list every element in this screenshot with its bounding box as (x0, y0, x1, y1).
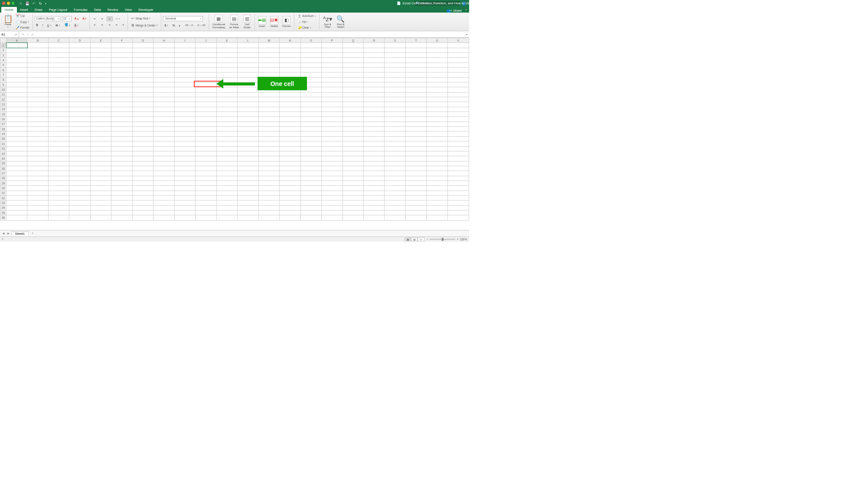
cell[interactable] (343, 43, 363, 48)
cell[interactable] (27, 186, 48, 191)
cell[interactable] (7, 77, 27, 82)
cell[interactable] (174, 68, 195, 72)
cell[interactable] (27, 215, 48, 220)
cell[interactable] (174, 166, 195, 171)
cell[interactable] (7, 82, 27, 87)
cell[interactable] (322, 141, 343, 146)
cell[interactable] (69, 201, 90, 205)
sheet-next-icon[interactable]: ▶ (7, 231, 10, 235)
cell[interactable] (427, 48, 447, 53)
cell[interactable] (216, 205, 237, 210)
cell[interactable] (238, 191, 258, 195)
cell[interactable] (427, 97, 447, 102)
row-header[interactable]: 30 (0, 186, 7, 191)
cell[interactable] (280, 201, 300, 205)
autosum-button[interactable]: ∑AutoSum (296, 13, 317, 19)
cell[interactable] (7, 136, 27, 141)
cell[interactable] (196, 43, 216, 48)
cell[interactable] (153, 127, 174, 132)
cell[interactable] (258, 132, 279, 136)
cell[interactable] (300, 62, 321, 67)
cell[interactable] (322, 161, 343, 166)
cell[interactable] (238, 171, 258, 176)
cell[interactable] (238, 97, 258, 102)
cell[interactable] (196, 112, 216, 117)
cell[interactable] (343, 146, 363, 151)
cell[interactable] (343, 210, 363, 215)
expand-formula-bar-icon[interactable]: ▾ (465, 33, 469, 36)
cell[interactable] (196, 141, 216, 146)
cell[interactable] (300, 171, 321, 176)
cell[interactable] (447, 68, 469, 72)
cell[interactable] (69, 205, 90, 210)
align-left-button[interactable]: ≡ (92, 23, 98, 27)
cell[interactable] (111, 77, 132, 82)
cell[interactable] (447, 43, 469, 48)
cell[interactable] (174, 205, 195, 210)
cell[interactable] (7, 102, 27, 107)
cell[interactable] (69, 136, 90, 141)
cell[interactable] (90, 122, 111, 126)
cell[interactable] (322, 166, 343, 171)
cell[interactable] (69, 68, 90, 72)
cell[interactable] (300, 191, 321, 195)
row-header[interactable]: 35 (0, 210, 7, 215)
cell[interactable] (427, 195, 447, 200)
cell[interactable] (363, 205, 384, 210)
cell[interactable] (258, 151, 279, 156)
cell[interactable] (385, 53, 405, 57)
cell[interactable] (322, 186, 343, 191)
cell[interactable] (447, 210, 469, 215)
row-header[interactable]: 20 (0, 136, 7, 141)
cell[interactable] (385, 87, 405, 92)
cell[interactable] (111, 82, 132, 87)
cell[interactable] (174, 97, 195, 102)
cell[interactable] (90, 141, 111, 146)
cell[interactable] (322, 97, 343, 102)
cell[interactable] (90, 176, 111, 181)
cell[interactable] (48, 102, 69, 107)
cell[interactable] (48, 82, 69, 87)
cell[interactable] (300, 136, 321, 141)
column-header[interactable]: G (132, 38, 153, 43)
cell[interactable] (280, 146, 300, 151)
cell[interactable] (363, 82, 384, 87)
cell[interactable] (196, 117, 216, 122)
cell[interactable] (132, 141, 153, 146)
cell[interactable] (7, 87, 27, 92)
cell[interactable] (48, 122, 69, 126)
cell[interactable] (447, 58, 469, 62)
cell[interactable] (427, 181, 447, 185)
zoom-in-button[interactable]: + (457, 238, 459, 241)
column-header[interactable]: T (405, 38, 426, 43)
cell[interactable] (132, 146, 153, 151)
cell[interactable] (90, 107, 111, 112)
cell[interactable] (427, 146, 447, 151)
cell[interactable] (363, 92, 384, 97)
cell[interactable] (111, 68, 132, 72)
cell[interactable] (322, 77, 343, 82)
column-header[interactable]: C (48, 38, 69, 43)
cell[interactable] (280, 107, 300, 112)
cell[interactable] (174, 53, 195, 57)
cell[interactable] (69, 161, 90, 166)
cell[interactable] (48, 68, 69, 72)
cell[interactable] (90, 171, 111, 176)
cell[interactable] (90, 151, 111, 156)
cell[interactable] (238, 181, 258, 185)
number-format-select[interactable]: General▾ (163, 16, 203, 21)
cell[interactable] (343, 201, 363, 205)
cell[interactable] (258, 82, 279, 87)
cell[interactable] (280, 53, 300, 57)
cell[interactable] (405, 151, 426, 156)
cell[interactable] (238, 112, 258, 117)
cell[interactable] (300, 112, 321, 117)
column-header[interactable]: I (174, 38, 195, 43)
cell[interactable] (153, 82, 174, 87)
cell[interactable] (90, 186, 111, 191)
cell[interactable] (153, 201, 174, 205)
cell[interactable] (322, 53, 343, 57)
cell[interactable] (174, 201, 195, 205)
cell[interactable] (48, 92, 69, 97)
cell[interactable] (69, 87, 90, 92)
